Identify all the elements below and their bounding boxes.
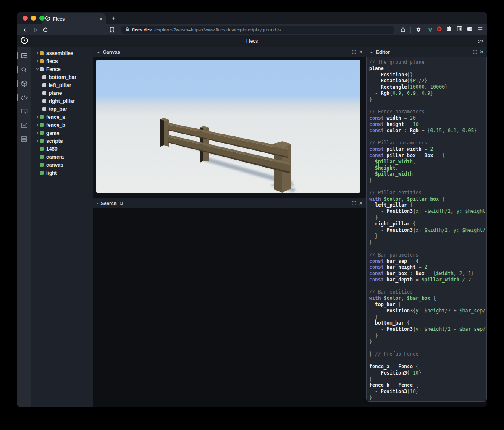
tables-panel-icon[interactable] <box>17 134 32 144</box>
new-tab-button[interactable]: + <box>112 14 116 23</box>
extensions-puzzle-icon[interactable] <box>446 26 452 34</box>
tree-item-bottom_bar[interactable]: bottom_bar <box>32 73 93 81</box>
expand-chevron-icon[interactable] <box>34 115 40 119</box>
code-line: } <box>369 333 486 339</box>
tree-item-canvas[interactable]: canvas <box>32 161 93 169</box>
close-icon[interactable]: ✕ <box>359 200 363 206</box>
stats-panel-icon[interactable] <box>17 120 32 131</box>
permalink-icon[interactable] <box>477 38 483 46</box>
code-line: // Pillar entities <box>369 190 486 196</box>
lock-icon <box>125 26 129 34</box>
code-line <box>369 184 486 190</box>
code-line: fence_b : Fence { <box>369 382 486 388</box>
back-icon[interactable] <box>21 26 29 34</box>
code-line: - Position3{} <box>369 72 486 78</box>
entity-tree-panel-icon[interactable] <box>17 50 32 61</box>
tree-item-fence_a[interactable]: fence_a <box>32 113 93 121</box>
share-icon[interactable] <box>399 26 407 34</box>
tab-close-icon[interactable]: × <box>99 16 102 22</box>
code-line: } <box>369 395 486 401</box>
code-line: - Position3{x: -$width/2, y: $height/2} <box>369 208 486 215</box>
fullscreen-icon[interactable] <box>352 50 356 54</box>
tree-guide-line <box>37 81 42 89</box>
tree-guide-line <box>37 105 42 113</box>
vue-devtools-icon[interactable]: V <box>428 27 432 33</box>
collapse-chevron-icon[interactable] <box>34 68 40 71</box>
brave-shield-icon[interactable] <box>414 26 423 34</box>
tree-item-label: canvas <box>46 162 63 168</box>
tree-guide-line <box>34 145 40 153</box>
tree-item-plane[interactable]: plane <box>32 89 93 97</box>
canvas-panel-icon[interactable] <box>17 78 32 89</box>
wallet-icon[interactable] <box>467 26 473 34</box>
tree-item-scripts[interactable]: scripts <box>32 137 93 145</box>
tree-item-left_pillar[interactable]: left_pillar <box>32 81 93 89</box>
fullscreen-icon[interactable] <box>473 50 477 54</box>
search-panel-title: Search <box>101 201 117 206</box>
close-window-button[interactable] <box>23 16 28 21</box>
tree-guide-line <box>37 97 42 105</box>
entity-kind-square <box>40 139 44 143</box>
tree-item-fence_b[interactable]: fence_b <box>32 121 93 129</box>
code-line <box>369 103 486 109</box>
close-icon[interactable]: ✕ <box>359 49 363 55</box>
code-line: const width = 20 <box>369 115 486 121</box>
forward-icon[interactable] <box>31 26 39 34</box>
url-bar[interactable]: flecs.dev/explorer/?wasm=https://www.fle… <box>121 26 394 34</box>
tree-guide-line <box>37 73 42 81</box>
flecs-app-header: Flecs <box>17 35 487 47</box>
entity-kind-square <box>40 163 44 167</box>
fullscreen-icon[interactable] <box>352 201 356 205</box>
search-panel-body[interactable] <box>93 208 366 407</box>
tree-guide-line <box>34 169 40 177</box>
bullet-icon[interactable]: • <box>97 201 98 206</box>
chevron-down-icon[interactable] <box>370 50 373 54</box>
close-icon[interactable]: ✕ <box>480 49 484 55</box>
zoom-window-button[interactable] <box>39 16 45 21</box>
expand-chevron-icon[interactable] <box>34 131 40 135</box>
extension-red-icon[interactable] <box>436 26 442 34</box>
bookmark-icon[interactable] <box>108 26 116 34</box>
tree-item-label: top_bar <box>49 106 67 112</box>
tree-item-Fence[interactable]: Fence <box>32 65 93 73</box>
tree-guide-line <box>34 153 40 161</box>
entity-kind-square <box>40 115 44 119</box>
code-line: const pillar_box : Box = { <box>369 152 486 159</box>
entity-kind-square <box>40 59 44 63</box>
tree-item-camera[interactable]: camera <box>32 153 93 161</box>
tree-item-1460[interactable]: 1460 <box>32 145 93 153</box>
chevron-down-icon[interactable] <box>97 50 100 54</box>
code-line: const color : Rgb = {0.15, 0.1, 0.05} <box>369 128 486 134</box>
code-line: } <box>369 376 486 383</box>
code-line: fence_a : Fence { <box>369 364 486 370</box>
code-line: bottom_bar { <box>369 320 486 326</box>
active-indicator <box>17 52 18 59</box>
3d-viewport[interactable] <box>96 60 360 193</box>
screen-panel-icon[interactable] <box>17 106 32 117</box>
expand-chevron-icon[interactable] <box>34 139 40 143</box>
canvas-panel-body <box>93 57 366 198</box>
search-panel-icon[interactable] <box>17 64 32 75</box>
tree-item-assemblies[interactable]: assemblies <box>32 49 93 57</box>
tree-item-right_pillar[interactable]: right_pillar <box>32 97 93 105</box>
tree-item-label: scripts <box>46 138 63 144</box>
expand-chevron-icon[interactable] <box>34 52 40 55</box>
tree-item-light[interactable]: light <box>32 169 93 177</box>
expand-chevron-icon[interactable] <box>34 123 40 127</box>
reload-icon[interactable] <box>41 26 50 34</box>
minimize-window-button[interactable] <box>31 16 36 21</box>
entity-kind-square <box>42 91 46 95</box>
code-line <box>369 283 486 289</box>
code-editor[interactable]: // The ground planeplane { - Position3{}… <box>366 57 487 402</box>
expand-chevron-icon[interactable] <box>34 60 40 63</box>
sidebar-toggle-icon[interactable] <box>457 26 462 34</box>
editor-panel-icon[interactable] <box>17 92 32 103</box>
tree-item-label: plane <box>49 90 62 96</box>
tree-item-game[interactable]: game <box>32 129 93 137</box>
menu-hamburger-icon[interactable] <box>477 26 483 34</box>
tree-item-label: 1460 <box>46 146 58 152</box>
code-line: with $color, $bar_box { <box>369 295 486 302</box>
tree-item-top_bar[interactable]: top_bar <box>32 105 93 113</box>
browser-tab[interactable]: Flecs × <box>42 13 106 24</box>
tree-item-flecs[interactable]: flecs <box>32 57 93 65</box>
